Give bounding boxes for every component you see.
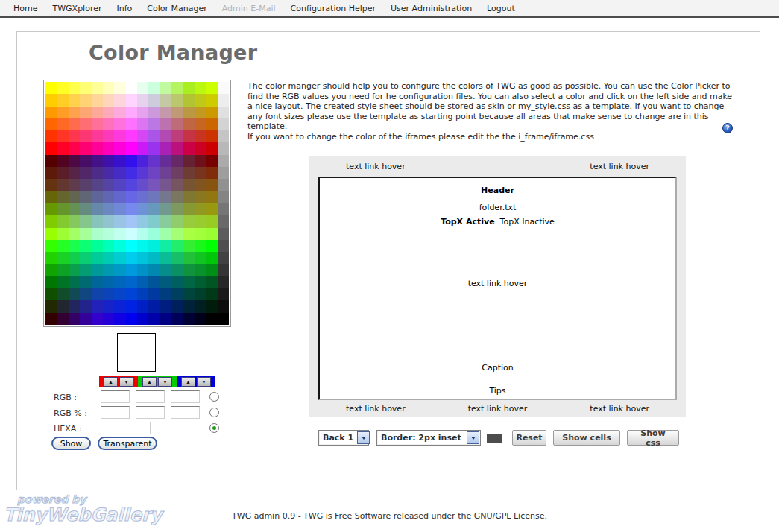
palette-cell[interactable] bbox=[80, 142, 91, 154]
palette-cell[interactable] bbox=[160, 94, 171, 106]
palette-cell[interactable] bbox=[137, 203, 148, 215]
palette-cell[interactable] bbox=[148, 276, 160, 288]
palette-cell[interactable] bbox=[171, 167, 183, 179]
text-link-sample[interactable]: text link hover bbox=[590, 162, 649, 171]
palette-cell[interactable] bbox=[171, 107, 183, 118]
palette-cell[interactable] bbox=[80, 276, 91, 288]
palette-grayscale-cell[interactable] bbox=[218, 288, 229, 300]
help-icon[interactable]: ? bbox=[722, 123, 733, 133]
palette-cell[interactable] bbox=[80, 228, 91, 240]
palette-cell[interactable] bbox=[126, 167, 137, 179]
palette-cell[interactable] bbox=[114, 264, 125, 276]
palette-cell[interactable] bbox=[183, 228, 195, 240]
palette-cell[interactable] bbox=[69, 276, 80, 288]
palette-cell[interactable] bbox=[92, 252, 103, 264]
palette-cell[interactable] bbox=[195, 94, 206, 106]
rgb-r-input[interactable] bbox=[101, 390, 130, 403]
palette-cell[interactable] bbox=[171, 155, 183, 167]
palette-cell[interactable] bbox=[80, 179, 91, 191]
palette-cell[interactable] bbox=[92, 94, 103, 106]
palette-cell[interactable] bbox=[195, 118, 206, 130]
palette-cell[interactable] bbox=[92, 228, 103, 240]
palette-cell[interactable] bbox=[206, 179, 217, 191]
text-link-sample[interactable]: text link hover bbox=[346, 404, 406, 414]
palette-cell[interactable] bbox=[114, 300, 125, 312]
palette-cell[interactable] bbox=[92, 203, 103, 215]
palette-cell[interactable] bbox=[137, 191, 148, 203]
palette-cell[interactable] bbox=[148, 94, 160, 106]
nav-item-home[interactable]: Home bbox=[6, 4, 45, 13]
palette-cell[interactable] bbox=[137, 155, 148, 167]
palette-cell[interactable] bbox=[137, 130, 148, 142]
palette-cell[interactable] bbox=[103, 215, 114, 227]
palette-cell[interactable] bbox=[69, 155, 80, 167]
palette-cell[interactable] bbox=[126, 215, 137, 227]
palette-cell[interactable] bbox=[171, 288, 183, 300]
palette-cell[interactable] bbox=[114, 155, 125, 167]
palette-cell[interactable] bbox=[195, 191, 206, 203]
palette-cell[interactable] bbox=[45, 215, 57, 227]
palette-cell[interactable] bbox=[103, 107, 114, 118]
preview-link-sample[interactable]: text link hover bbox=[320, 279, 675, 288]
palette-cell[interactable] bbox=[126, 313, 137, 325]
rgb-b-input[interactable] bbox=[171, 390, 200, 403]
palette-cell[interactable] bbox=[206, 94, 217, 106]
palette-cell[interactable] bbox=[69, 264, 80, 276]
palette-cell[interactable] bbox=[148, 288, 160, 300]
palette-cell[interactable] bbox=[171, 313, 183, 325]
palette-cell[interactable] bbox=[148, 240, 160, 252]
palette-cell[interactable] bbox=[195, 300, 206, 312]
chevron-down-icon[interactable] bbox=[467, 431, 479, 444]
palette-cell[interactable] bbox=[126, 240, 137, 252]
palette-cell[interactable] bbox=[80, 118, 91, 130]
palette-cell[interactable] bbox=[148, 252, 160, 264]
palette-cell[interactable] bbox=[126, 179, 137, 191]
nav-item-color-manager[interactable]: Color Manager bbox=[139, 4, 214, 13]
palette-cell[interactable] bbox=[171, 276, 183, 288]
palette-cell[interactable] bbox=[206, 82, 217, 94]
hexa-input[interactable] bbox=[101, 422, 151, 434]
palette-cell[interactable] bbox=[45, 264, 57, 276]
palette-cell[interactable] bbox=[92, 313, 103, 325]
palette-cell[interactable] bbox=[92, 142, 103, 154]
palette-cell[interactable] bbox=[103, 240, 114, 252]
palette-cell[interactable] bbox=[160, 240, 171, 252]
palette-cell[interactable] bbox=[183, 130, 195, 142]
palette-cell[interactable] bbox=[45, 240, 57, 252]
palette-cell[interactable] bbox=[69, 142, 80, 154]
palette-cell[interactable] bbox=[195, 155, 206, 167]
palette-cell[interactable] bbox=[80, 240, 91, 252]
palette-cell[interactable] bbox=[69, 240, 80, 252]
palette-cell[interactable] bbox=[114, 82, 125, 94]
palette-cell[interactable] bbox=[183, 313, 195, 325]
palette-cell[interactable] bbox=[45, 252, 57, 264]
palette-cell[interactable] bbox=[114, 313, 125, 325]
palette-cell[interactable] bbox=[103, 252, 114, 264]
palette-cell[interactable] bbox=[45, 94, 57, 106]
palette-cell[interactable] bbox=[195, 130, 206, 142]
text-link-sample[interactable]: text link hover bbox=[346, 162, 406, 171]
palette-cell[interactable] bbox=[69, 130, 80, 142]
palette-cell[interactable] bbox=[160, 107, 171, 118]
palette-cell[interactable] bbox=[183, 300, 195, 312]
palette-cell[interactable] bbox=[171, 203, 183, 215]
palette-cell[interactable] bbox=[171, 264, 183, 276]
palette-cell[interactable] bbox=[69, 191, 80, 203]
palette-cell[interactable] bbox=[80, 215, 91, 227]
palette-cell[interactable] bbox=[69, 82, 80, 94]
nav-item-logout[interactable]: Logout bbox=[479, 4, 523, 13]
palette-cell[interactable] bbox=[80, 94, 91, 106]
red-down-button[interactable]: ▼ bbox=[119, 377, 133, 387]
palette-cell[interactable] bbox=[45, 179, 57, 191]
palette-cell[interactable] bbox=[183, 240, 195, 252]
rgb-percent-r-input[interactable] bbox=[101, 406, 130, 419]
palette-cell[interactable] bbox=[195, 82, 206, 94]
palette-cell[interactable] bbox=[57, 240, 68, 252]
green-down-button[interactable]: ▼ bbox=[158, 377, 172, 387]
rgb-percent-g-input[interactable] bbox=[136, 406, 165, 419]
palette-cell[interactable] bbox=[206, 203, 217, 215]
show-button[interactable]: Show bbox=[51, 437, 91, 450]
palette-cell[interactable] bbox=[114, 107, 125, 118]
palette-cell[interactable] bbox=[160, 300, 171, 312]
palette-cell[interactable] bbox=[92, 288, 103, 300]
